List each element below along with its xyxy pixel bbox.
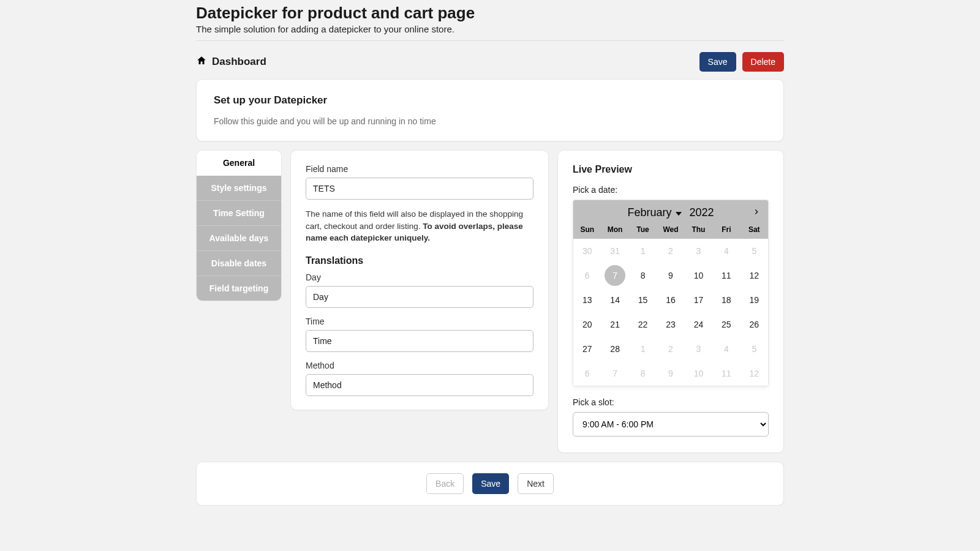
intro-card: Set up your Datepicker Follow this guide… <box>196 79 784 141</box>
translations-heading: Translations <box>306 255 533 266</box>
sidenav-item-field-targeting[interactable]: Field targeting <box>197 276 281 301</box>
calendar-day[interactable]: 13 <box>573 288 601 312</box>
calendar-day: 4 <box>712 337 740 361</box>
delete-button[interactable]: Delete <box>742 52 784 72</box>
time-label: Time <box>306 317 533 326</box>
calendar-day[interactable]: 26 <box>741 312 768 337</box>
calendar-day: 6 <box>573 361 601 386</box>
page-title: Datepicker for product and cart page <box>196 4 784 23</box>
sidenav-item-available-days[interactable]: Available days <box>197 226 281 251</box>
next-button[interactable]: Next <box>518 473 554 494</box>
page-subtitle: The simple solution for adding a datepic… <box>196 24 784 41</box>
calendar-dow: Thu <box>685 225 712 234</box>
calendar-year[interactable]: 2022 <box>689 206 714 219</box>
calendar-day[interactable]: 7 <box>601 263 628 288</box>
calendar-day: 30 <box>573 239 601 263</box>
calendar-day[interactable]: 28 <box>601 337 628 361</box>
calendar-day[interactable]: 20 <box>573 312 601 337</box>
intro-title: Set up your Datepicker <box>214 94 766 107</box>
calendar-day[interactable]: 27 <box>573 337 601 361</box>
calendar-day[interactable]: 19 <box>741 288 768 312</box>
calendar-month-select[interactable]: February <box>627 206 683 219</box>
sidenav-item-disable-dates[interactable]: Disable dates <box>197 251 281 276</box>
toolbar: Dashboard Save Delete <box>196 41 784 79</box>
field-name-help: The name of this field will also be disp… <box>306 208 533 244</box>
method-input[interactable] <box>306 374 533 396</box>
calendar-next-icon[interactable] <box>751 206 762 217</box>
calendar-day[interactable]: 23 <box>657 312 684 337</box>
calendar-day[interactable]: 11 <box>712 263 740 288</box>
calendar-day[interactable]: 21 <box>601 312 628 337</box>
calendar-day: 3 <box>685 337 712 361</box>
field-name-input[interactable] <box>306 178 533 200</box>
calendar-day: 8 <box>629 361 657 386</box>
breadcrumb[interactable]: Dashboard <box>196 55 266 69</box>
calendar-day: 1 <box>629 239 657 263</box>
calendar-day[interactable]: 16 <box>657 288 684 312</box>
calendar-day: 2 <box>657 239 684 263</box>
calendar-day[interactable]: 18 <box>712 288 740 312</box>
calendar-day: 3 <box>685 239 712 263</box>
calendar-dow: Sat <box>741 225 768 234</box>
calendar-day: 4 <box>712 239 740 263</box>
save-step-button[interactable]: Save <box>472 473 509 494</box>
sidenav-item-general[interactable]: General <box>197 151 281 176</box>
side-nav: GeneralStyle settingsTime SettingAvailab… <box>196 150 282 301</box>
calendar-dow: Tue <box>629 225 657 234</box>
time-input[interactable] <box>306 330 533 352</box>
day-label: Day <box>306 272 533 282</box>
save-button[interactable]: Save <box>699 52 736 72</box>
back-button[interactable]: Back <box>426 473 464 494</box>
calendar-dow: Sun <box>573 225 601 234</box>
calendar-day: 11 <box>712 361 740 386</box>
calendar-day[interactable]: 14 <box>601 288 628 312</box>
calendar-day: 2 <box>657 337 684 361</box>
calendar-day: 5 <box>741 337 768 361</box>
calendar-day[interactable]: 17 <box>685 288 712 312</box>
calendar-day[interactable]: 15 <box>629 288 657 312</box>
calendar-day: 6 <box>573 263 601 288</box>
calendar-day[interactable]: 10 <box>685 263 712 288</box>
calendar-day[interactable]: 12 <box>741 263 768 288</box>
intro-text: Follow this guide and you will be up and… <box>214 116 766 126</box>
sidenav-item-time-setting[interactable]: Time Setting <box>197 201 281 226</box>
pick-date-label: Pick a date: <box>573 185 769 195</box>
method-label: Method <box>306 361 533 370</box>
calendar-day: 31 <box>601 239 628 263</box>
calendar-day[interactable]: 9 <box>657 263 684 288</box>
calendar-day[interactable]: 25 <box>712 312 740 337</box>
calendar-day: 10 <box>685 361 712 386</box>
breadcrumb-label: Dashboard <box>212 56 266 68</box>
calendar-dow: Fri <box>712 225 740 234</box>
calendar-day[interactable]: 24 <box>685 312 712 337</box>
pick-slot-label: Pick a slot: <box>573 397 769 407</box>
field-name-label: Field name <box>306 164 533 174</box>
calendar-dow: Wed <box>657 225 684 234</box>
live-preview-card: Live Preview Pick a date: February 2022 <box>557 150 784 453</box>
sidenav-item-style-settings[interactable]: Style settings <box>197 176 281 201</box>
page-header: Datepicker for product and cart page The… <box>196 4 784 41</box>
calendar-day[interactable]: 22 <box>629 312 657 337</box>
calendar-day: 7 <box>601 361 628 386</box>
calendar-day: 9 <box>657 361 684 386</box>
calendar-day: 12 <box>741 361 768 386</box>
calendar-day: 5 <box>741 239 768 263</box>
calendar: February 2022 SunMonTueWedThuFriSat 3031… <box>573 200 769 386</box>
slot-select[interactable]: 9:00 AM - 6:00 PM <box>573 412 769 437</box>
live-preview-heading: Live Preview <box>573 164 769 175</box>
wizard-footer: Back Save Next <box>196 462 784 506</box>
calendar-day[interactable]: 8 <box>629 263 657 288</box>
calendar-dow: Mon <box>601 225 628 234</box>
day-input[interactable] <box>306 286 533 308</box>
calendar-day: 1 <box>629 337 657 361</box>
form-card: Field name The name of this field will a… <box>290 150 549 410</box>
home-icon <box>196 55 207 69</box>
